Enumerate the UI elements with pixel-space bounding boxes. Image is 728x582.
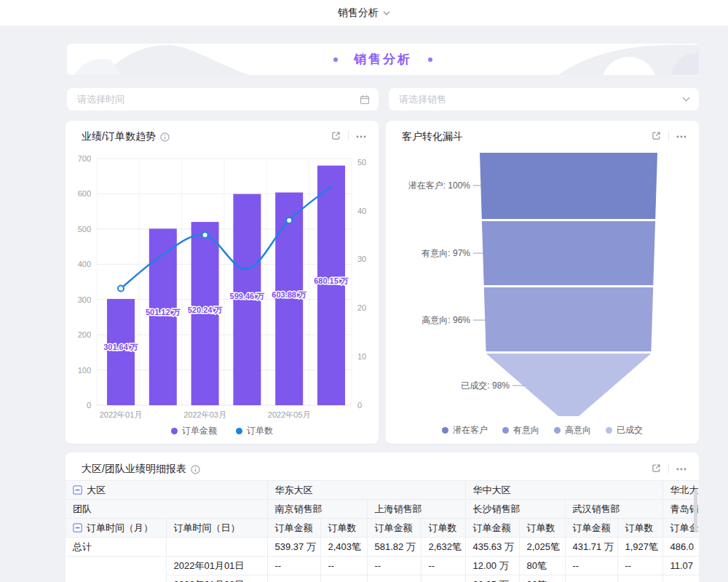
metric-column-header: 订单数 (320, 519, 367, 538)
svg-text:599.46 万: 599.46 万 (230, 292, 265, 300)
svg-text:0: 0 (357, 401, 362, 410)
expand-icon[interactable] (651, 463, 662, 474)
value-cell: -- (565, 557, 617, 575)
value-cell: -- (617, 557, 662, 575)
legend-label: 潜在客户 (453, 424, 488, 436)
funnel-legend: 潜在客户有意向高意向已成交 (386, 424, 699, 436)
legend-label: 订单数 (247, 425, 273, 437)
svg-text:潜在客户: 100%: 潜在客户: 100% (408, 180, 471, 191)
day-cell (166, 538, 267, 557)
legend-label: 有意向 (513, 424, 539, 436)
value-cell: 431.71 万 (565, 538, 617, 557)
value-cell: -- (421, 557, 465, 575)
metric-column-header: 订单数 (519, 519, 565, 538)
value-cell (662, 575, 699, 582)
team-header-cell: 武汉销售部 (565, 500, 662, 519)
expand-icon[interactable] (651, 130, 662, 141)
team-dimension-cell: 团队 (66, 500, 267, 519)
row-total-label: 总计 (66, 538, 166, 557)
legend-item-funnel-stage[interactable]: 已成交 (606, 424, 643, 436)
sales-filter-placeholder: 请选择销售 (399, 93, 682, 106)
more-options-icon[interactable] (355, 131, 367, 141)
expand-icon[interactable] (331, 130, 341, 141)
value-cell: -- (367, 557, 421, 575)
day-cell: 2022年01月02日 (166, 575, 267, 582)
time-filter-input[interactable]: 请选择时间 (67, 88, 379, 111)
svg-text:700: 700 (78, 154, 91, 163)
svg-text:200: 200 (78, 330, 91, 339)
svg-text:30: 30 (357, 255, 366, 263)
topbar: 销售分析 (0, 0, 728, 26)
trend-chart-card: 业绩/订单数趋势 0100200300400500600700010203040… (66, 121, 379, 444)
value-cell (617, 575, 662, 582)
svg-text:680.15 万: 680.15 万 (314, 276, 349, 285)
vertical-scrollbar-thumb[interactable] (694, 489, 697, 533)
region-header-cell: 华中大区 (465, 481, 662, 500)
day-cell: 2022年01月01日 (166, 557, 267, 575)
calendar-icon[interactable] (360, 95, 370, 105)
time-filter-placeholder: 请选择时间 (77, 93, 360, 106)
legend-dot (554, 427, 561, 434)
day-column-header: 订单时间（日） (166, 519, 267, 538)
conversion-funnel-chart: 潜在客户: 100%有意向: 97%高意向: 96%已成交: 98% (386, 121, 699, 444)
svg-text:300: 300 (78, 295, 91, 304)
value-cell: 80笔 (519, 557, 565, 575)
info-icon[interactable] (191, 465, 200, 474)
svg-text:已成交: 98%: 已成交: 98% (461, 380, 510, 391)
region-header-cell: 华东大区 (267, 481, 465, 500)
info-icon[interactable] (160, 132, 170, 142)
chevron-down-icon[interactable] (383, 11, 390, 15)
metric-column-header: 订单金额 (367, 519, 421, 538)
svg-text:0: 0 (87, 401, 91, 410)
value-cell: 2,025笔 (519, 538, 565, 557)
report-table: 大区华东大区华中大区华北大区团队南京销售部上海销售部长沙销售部武汉销售部青岛销售… (66, 480, 699, 582)
legend-item-line[interactable]: 订单数 (236, 425, 273, 437)
legend-dot (502, 427, 509, 434)
value-cell (421, 575, 465, 582)
legend-item-bar[interactable]: 订单金额 (171, 425, 217, 437)
legend-item-funnel-stage[interactable]: 潜在客户 (442, 424, 488, 436)
month-column-header: 订单时间（月） (66, 519, 166, 538)
month-group-cell (66, 557, 166, 582)
page-title-dropdown[interactable]: 销售分析 (338, 7, 379, 20)
svg-text:有意向: 97%: 有意向: 97% (421, 248, 470, 258)
value-cell: 2,632笔 (421, 538, 465, 557)
trend-bar-line-chart: 0100200300400500600700010203040502022年01… (66, 121, 379, 444)
svg-text:400: 400 (78, 260, 91, 268)
svg-text:2022年03月: 2022年03月 (183, 410, 226, 419)
svg-text:600: 600 (78, 189, 91, 198)
trend-chart-title: 业绩/订单数趋势 (82, 130, 156, 143)
sales-filter-select[interactable]: 请选择销售 (389, 88, 699, 111)
value-cell: 486.0 (662, 538, 699, 557)
sales-analysis-dashboard: 销售分析 销售分析 请选择时间 请选择销售 (0, 0, 728, 582)
value-cell: -- (267, 557, 320, 575)
chevron-down-icon[interactable] (682, 97, 690, 102)
svg-text:100: 100 (78, 366, 91, 375)
metric-column-header: 订单金额 (267, 519, 320, 538)
svg-text:高意向: 96%: 高意向: 96% (422, 315, 470, 325)
more-options-icon[interactable] (676, 463, 687, 474)
legend-item-funnel-stage[interactable]: 高意向 (554, 424, 591, 436)
value-cell (367, 575, 421, 582)
divider (668, 463, 669, 473)
collapse-icon[interactable] (73, 485, 82, 495)
legend-dot (171, 428, 178, 434)
report-title: 大区/团队业绩明细报表 (82, 463, 186, 476)
svg-text:50: 50 (357, 158, 366, 167)
metric-column-header: 订单数 (617, 519, 662, 538)
divider (668, 131, 669, 140)
metric-column-header: 订单金额 (565, 519, 617, 538)
svg-text:10: 10 (357, 352, 366, 361)
value-cell (565, 575, 617, 582)
banner: 销售分析 (67, 44, 699, 75)
collapse-icon[interactable] (73, 523, 82, 533)
svg-text:520.24 万: 520.24 万 (188, 306, 223, 314)
banner-right-dot (428, 57, 432, 62)
team-header-cell: 长沙销售部 (465, 500, 565, 519)
svg-text:603.88 万: 603.88 万 (272, 290, 306, 299)
svg-text:20: 20 (357, 303, 366, 312)
banner-left-dot (333, 57, 338, 62)
legend-item-funnel-stage[interactable]: 有意向 (502, 424, 539, 436)
report-table-card: 大区/团队业绩明细报表 大区华东大区华中大区华北大区团队南京销售部上海销售部长沙… (66, 453, 699, 582)
more-options-icon[interactable] (676, 131, 687, 141)
